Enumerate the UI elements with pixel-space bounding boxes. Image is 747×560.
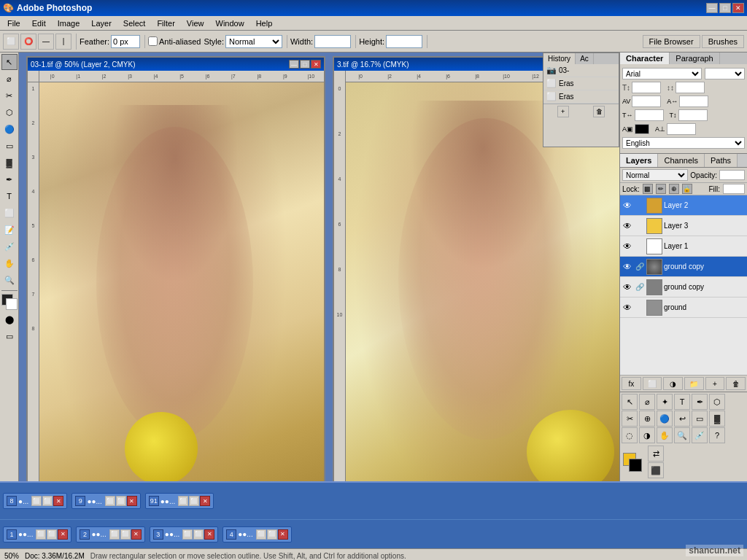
layer-row-3[interactable]: 👁 🔗 ground copy: [620, 257, 747, 277]
font-family-select[interactable]: Arial: [622, 68, 702, 79]
task-2-ctrl2[interactable]: ⬜: [189, 496, 199, 506]
rt-eraser[interactable]: ▭: [692, 411, 708, 427]
notes-tool[interactable]: 📝: [1, 222, 18, 238]
history-new-btn[interactable]: +: [557, 106, 569, 117]
crop-tool[interactable]: ✂: [1, 88, 18, 104]
foreground-color[interactable]: [1, 294, 18, 310]
task-6-ctrl2[interactable]: ⬜: [267, 529, 277, 540]
task-6-close[interactable]: ✕: [278, 529, 288, 540]
font-color-swatch[interactable]: [635, 124, 649, 134]
menu-layer[interactable]: Layer: [85, 18, 117, 29]
feather-input[interactable]: [111, 35, 140, 48]
doc1-canvas[interactable]: [39, 82, 324, 481]
eyedropper-tool[interactable]: 💉: [1, 238, 18, 254]
taskbar-item-5[interactable]: 3 ●●... ⬜ ⬜ ✕: [150, 526, 218, 542]
brushes-tab[interactable]: Brushes: [702, 35, 744, 48]
leading-input[interactable]: [676, 82, 705, 93]
menu-filter[interactable]: Filter: [151, 18, 180, 29]
menu-image[interactable]: Image: [52, 18, 86, 29]
move-tool[interactable]: ↖: [1, 54, 18, 70]
taskbar-item-2[interactable]: 91 ●●... ⬜ ⬜ ✕: [145, 493, 214, 509]
taskbar-item-0[interactable]: 8 ●... ⬜ ⬜ ✕: [3, 493, 67, 509]
single-row-select[interactable]: —: [38, 34, 54, 50]
hand-tool[interactable]: ✋: [1, 255, 18, 271]
layer-row-1[interactable]: 👁 Layer 3: [620, 216, 747, 236]
rt-clone-tool[interactable]: 🔵: [657, 411, 673, 427]
doc1-minimize[interactable]: —: [289, 60, 299, 69]
add-fill-btn[interactable]: ◑: [663, 377, 683, 390]
character-tab[interactable]: Character: [620, 52, 670, 64]
channels-tab[interactable]: Channels: [658, 154, 704, 167]
task-6-ctrl1[interactable]: ⬜: [256, 529, 266, 540]
task-2-close[interactable]: ✕: [200, 496, 210, 506]
shape-tool[interactable]: ⬜: [1, 205, 18, 221]
single-col-select[interactable]: |: [55, 34, 71, 50]
doc1-close[interactable]: ✕: [311, 60, 321, 69]
rt-wand-tool[interactable]: ✦: [657, 394, 673, 410]
rt-default-colors[interactable]: ⬛: [648, 462, 664, 478]
history-item-1[interactable]: ⬜ Eras: [543, 77, 619, 90]
layer-3-eye[interactable]: 👁: [622, 261, 633, 273]
rt-switch-colors[interactable]: ⇄: [648, 446, 664, 462]
task-5-close[interactable]: ✕: [204, 529, 214, 540]
rt-heal-tool[interactable]: ⊕: [639, 411, 655, 427]
maximize-button[interactable]: □: [719, 3, 731, 13]
rt-burn-tool[interactable]: ◑: [639, 427, 655, 443]
history-tab[interactable]: History: [543, 53, 576, 64]
tracking-input[interactable]: [679, 96, 708, 107]
close-button[interactable]: ✕: [732, 3, 744, 13]
taskbar-item-1[interactable]: 9 ●●... ⬜ ⬜ ✕: [71, 493, 140, 509]
doc1-maximize[interactable]: □: [300, 60, 310, 69]
task-0-ctrl1[interactable]: ⬜: [31, 496, 42, 506]
actions-tab[interactable]: Ac: [576, 53, 594, 64]
task-5-ctrl1[interactable]: ⬜: [182, 529, 193, 540]
rt-lasso-tool[interactable]: ⌀: [639, 394, 655, 410]
paths-tab[interactable]: Paths: [705, 154, 738, 167]
patch-tool[interactable]: ⬡: [1, 104, 18, 120]
rt-fill-tool[interactable]: ▓: [709, 411, 725, 427]
gradient-tool[interactable]: ▓: [1, 155, 18, 171]
layer-row-0[interactable]: 👁 Layer 2: [620, 195, 747, 216]
layer-row-5[interactable]: 👁 ground: [620, 298, 747, 318]
v-scale-input[interactable]: [635, 109, 664, 121]
anti-alias-checkbox[interactable]: [148, 36, 158, 46]
path-tool[interactable]: ✒: [1, 171, 18, 187]
rt-eye-tool[interactable]: 💉: [692, 427, 708, 443]
screen-mode[interactable]: ▭: [1, 328, 18, 344]
font-style-select[interactable]: [705, 68, 745, 79]
language-select[interactable]: English: [622, 137, 745, 149]
lock-transparent-btn[interactable]: ▩: [643, 184, 653, 194]
task-2-ctrl1[interactable]: ⬜: [178, 496, 188, 506]
rt-shape-tool[interactable]: ⬡: [709, 394, 725, 410]
task-3-ctrl2[interactable]: ⬜: [47, 529, 57, 540]
lock-move-btn[interactable]: ⊕: [669, 184, 679, 194]
add-layer-btn[interactable]: +: [705, 377, 725, 390]
rt-help[interactable]: ?: [709, 427, 725, 443]
task-4-ctrl2[interactable]: ⬜: [120, 529, 131, 540]
layer-row-4[interactable]: 👁 🔗 ground copy: [620, 277, 747, 298]
rt-type-tool[interactable]: T: [674, 394, 690, 410]
taskbar-item-4[interactable]: 2 ●●... ⬜ ⬜ ✕: [76, 526, 144, 542]
layer-5-eye[interactable]: 👁: [622, 302, 633, 314]
menu-file[interactable]: File: [1, 18, 26, 29]
delete-layer-btn[interactable]: 🗑: [726, 377, 746, 390]
rt-select-tool[interactable]: ↖: [622, 394, 638, 410]
task-3-close[interactable]: ✕: [58, 529, 68, 540]
layer-0-eye[interactable]: 👁: [622, 200, 633, 211]
layer-row-2[interactable]: 👁 Layer 1: [620, 236, 747, 257]
menu-window[interactable]: Window: [210, 18, 250, 29]
add-style-btn[interactable]: fx: [622, 377, 641, 390]
rt-pen-tool[interactable]: ✒: [692, 394, 708, 410]
layers-tab[interactable]: Layers: [620, 154, 658, 167]
rt-history-brush[interactable]: ↩: [674, 411, 690, 427]
task-4-ctrl1[interactable]: ⬜: [109, 529, 120, 540]
rt-blur-tool[interactable]: ◌: [622, 427, 638, 443]
quick-mask-mode[interactable]: ⬤: [1, 311, 18, 327]
task-3-ctrl1[interactable]: ⬜: [36, 529, 46, 540]
paragraph-tab[interactable]: Paragraph: [670, 52, 719, 64]
lasso-tool[interactable]: ⌀: [1, 71, 18, 87]
task-1-ctrl2[interactable]: ⬜: [116, 496, 126, 506]
history-delete-btn[interactable]: 🗑: [593, 106, 605, 117]
fill-input[interactable]: [723, 184, 745, 194]
menu-view[interactable]: View: [181, 18, 210, 29]
